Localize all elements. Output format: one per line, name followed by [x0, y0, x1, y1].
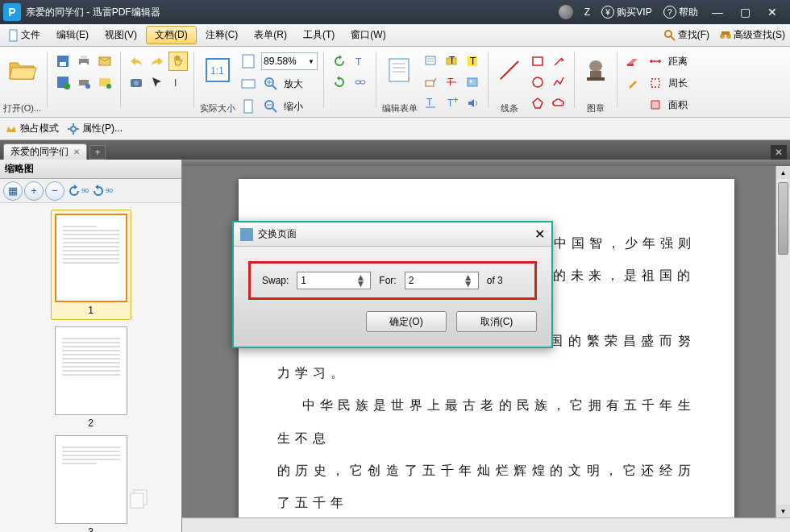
measure-perim-icon[interactable]: [646, 73, 665, 93]
select-icon[interactable]: [148, 73, 167, 92]
measure-dist-icon[interactable]: [646, 52, 665, 71]
save-as-icon[interactable]: [53, 73, 73, 92]
undo-icon[interactable]: [127, 52, 146, 71]
menu-file[interactable]: 文件: [0, 24, 48, 46]
for-input[interactable]: [405, 275, 462, 286]
thumb-page-3[interactable]: 3: [51, 435, 131, 532]
svg-point-17: [106, 84, 111, 89]
menu-document[interactable]: 文档(D): [146, 26, 197, 44]
rotate-right-icon[interactable]: [330, 73, 349, 92]
thumb-page-2[interactable]: 2: [51, 326, 131, 429]
insert-text-icon[interactable]: T+: [442, 94, 461, 113]
minimize-button[interactable]: ―: [709, 6, 726, 19]
menu-comment[interactable]: 注释(C): [198, 24, 247, 46]
maximize-button[interactable]: ▢: [737, 6, 753, 19]
rotate-left-icon[interactable]: [330, 52, 349, 71]
strikeout-icon[interactable]: T: [442, 73, 461, 92]
line-group[interactable]: 线条: [494, 52, 525, 114]
callout-icon[interactable]: [421, 73, 440, 92]
arrow-icon[interactable]: [549, 52, 568, 71]
properties-button[interactable]: 属性(P)...: [67, 122, 123, 135]
zoom-combo[interactable]: 89.58%▼: [261, 52, 318, 70]
link-tool-icon[interactable]: [351, 73, 370, 92]
menu-view[interactable]: 视图(V): [97, 24, 145, 46]
exclusive-mode-button[interactable]: 独占模式: [5, 122, 59, 135]
swap-field[interactable]: ▲▼: [297, 272, 371, 289]
cloud-icon[interactable]: [549, 94, 568, 113]
zoom-out-icon[interactable]: [261, 97, 281, 116]
attach-icon[interactable]: [95, 73, 114, 92]
tabs-close-button[interactable]: ✕: [771, 145, 787, 160]
measure-area-icon[interactable]: [646, 95, 665, 114]
scroll-up-icon[interactable]: ▲: [776, 166, 790, 179]
window-title: 亲爱的同学们 - 迅雷PDF编辑器: [26, 6, 559, 19]
thumb-options-icon[interactable]: ▦: [3, 181, 23, 201]
rect-icon[interactable]: [528, 52, 547, 71]
redo-icon[interactable]: [148, 52, 167, 71]
highlight-icon[interactable]: T: [463, 52, 482, 71]
svg-text:T: T: [449, 55, 455, 66]
text-select-icon[interactable]: I: [168, 73, 188, 92]
thumb-rotate-right[interactable]: 90: [90, 181, 113, 201]
scroll-down-icon[interactable]: ▼: [776, 505, 790, 517]
text-tool-icon[interactable]: T: [351, 52, 370, 71]
image-icon[interactable]: [463, 73, 482, 92]
cancel-button[interactable]: 取消(C): [456, 311, 537, 332]
find-button[interactable]: 查找(F): [659, 24, 714, 46]
dialog-close-button[interactable]: ✕: [534, 227, 545, 242]
folder-open-icon: [7, 52, 38, 89]
svg-line-2: [671, 36, 675, 40]
dialog-titlebar[interactable]: 交换页面 ✕: [234, 222, 551, 247]
ribbon: 打开(O)... I 1:1 实际大小 89.58%▼ 放大: [0, 47, 790, 118]
add-tab-button[interactable]: +: [89, 145, 106, 160]
polygon-icon[interactable]: [528, 94, 547, 113]
edit-form-group[interactable]: 编辑表单: [382, 52, 418, 114]
scroll-thumb[interactable]: [778, 182, 788, 255]
zoom-in-icon[interactable]: [261, 74, 281, 94]
swap-input[interactable]: [297, 275, 354, 286]
text-box-icon[interactable]: T: [442, 52, 461, 71]
help-button[interactable]: ? 帮助: [663, 6, 698, 19]
menu-window[interactable]: 窗口(W): [343, 24, 393, 46]
email-icon[interactable]: [95, 52, 114, 71]
hand-icon[interactable]: [168, 52, 188, 71]
for-field[interactable]: ▲▼: [405, 272, 479, 289]
doc-tab[interactable]: 亲爱的同学们✕: [3, 143, 87, 160]
fit-height-icon[interactable]: [239, 97, 258, 116]
menu-tool[interactable]: 工具(T): [295, 24, 343, 46]
buy-vip-button[interactable]: ¥ 购买VIP: [601, 6, 652, 19]
tab-close-icon[interactable]: ✕: [73, 148, 80, 156]
stamp-group[interactable]: 图章: [580, 52, 611, 114]
print-icon[interactable]: [74, 52, 94, 71]
menu-form[interactable]: 表单(R): [246, 24, 295, 46]
open-group[interactable]: 打开(O)...: [3, 52, 41, 114]
horizontal-scrollbar[interactable]: [182, 517, 790, 532]
globe-icon[interactable]: [559, 5, 573, 19]
adv-find-button[interactable]: 高级查找(S): [714, 24, 790, 46]
thumb-zoom-in[interactable]: +: [24, 181, 44, 201]
save-icon[interactable]: [53, 52, 73, 71]
note-icon[interactable]: [421, 52, 440, 71]
svg-rect-5: [721, 31, 730, 35]
circle-icon[interactable]: [528, 73, 547, 92]
for-spin-down[interactable]: ▼: [462, 281, 475, 287]
actual-size-group[interactable]: 1:1 实际大小: [200, 52, 235, 114]
vertical-scrollbar[interactable]: ▲ ▼: [775, 166, 790, 517]
eraser-icon[interactable]: [623, 52, 642, 71]
pencil-icon[interactable]: [623, 73, 642, 93]
fit-page-icon[interactable]: [239, 52, 258, 71]
thumb-page-1[interactable]: 1: [51, 210, 131, 320]
print-setup-icon[interactable]: [74, 73, 94, 92]
menu-edit[interactable]: 编辑(E): [48, 24, 97, 46]
fit-width-icon[interactable]: [239, 74, 258, 94]
thumb-rotate-left[interactable]: 90: [66, 181, 89, 201]
ok-button[interactable]: 确定(O): [366, 311, 447, 332]
underline-icon[interactable]: T: [421, 94, 440, 113]
polyline-icon[interactable]: [549, 73, 568, 92]
camera-icon[interactable]: [127, 73, 146, 92]
close-button[interactable]: ✕: [764, 6, 780, 19]
sound-icon[interactable]: [463, 94, 482, 113]
user-letter[interactable]: Z: [584, 6, 590, 18]
thumb-zoom-out[interactable]: −: [45, 181, 64, 201]
swap-spin-down[interactable]: ▼: [354, 281, 367, 287]
